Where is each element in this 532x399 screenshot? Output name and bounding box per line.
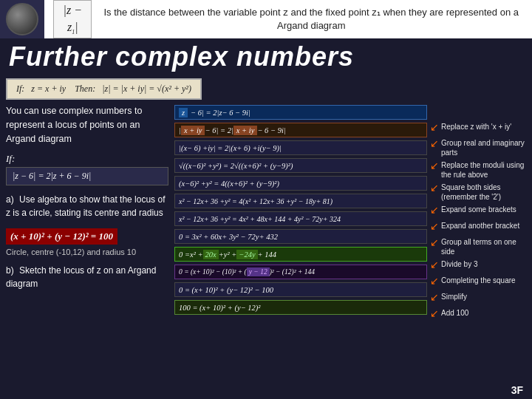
step-3: |(x − 6) + iy| = 2|(x + 6) + i(y − 9)|: [174, 140, 427, 156]
title-bar: Further complex numbers: [0, 38, 532, 78]
circle-info: Circle, centre (-10,12) and radius 10: [6, 248, 168, 256]
right-panel: z − 6| = 2|z − 6 − 9i| |x + iy − 6| = 2|…: [174, 104, 526, 399]
step-4: √((x−6)² + y²) = 2√((x+6)² + (y−9)²): [174, 157, 427, 174]
math-steps: z − 6| = 2|z − 6 − 9i| |x + iy − 6| = 2|…: [174, 104, 427, 399]
annotation-square-text: Square both sides (remember the '2'): [441, 183, 526, 202]
highlighted-answer: (x + 10)² + (y − 12)² = 100: [6, 228, 117, 245]
annotation-expand-another: ↙ Expand another bracket: [430, 219, 526, 234]
arrow-icon-3: ↙: [430, 160, 439, 171]
info-formula-text: If: z = x + iy Then: |z| = |x + iy| = √(…: [16, 83, 191, 94]
main-content: You can use complex numbers to represent…: [0, 104, 532, 399]
annotation-group: ↙ Group real and imaginary parts: [430, 137, 526, 157]
part-a-label: a): [6, 194, 14, 205]
annotation-divide: ↙ Divide by 3: [430, 258, 526, 273]
if-label: If:: [6, 153, 168, 165]
page-number: 3F: [511, 384, 523, 396]
step-2: |x + iy − 6| = 2|x + iy − 6 − 9i|: [174, 122, 427, 138]
annotation-complete-text: Completing the square: [441, 276, 516, 285]
part-b-text: Sketch the locus of z on an Argand diagr…: [6, 265, 156, 289]
annotation-divide-text: Divide by 3: [441, 259, 477, 269]
annotation-simplify: ↙ Simplify: [430, 290, 526, 305]
arrow-icon-4: ↙: [430, 183, 439, 193]
info-formula-box: If: z = x + iy Then: |z| = |x + iy| = √(…: [6, 78, 202, 100]
annotation-add100-text: Add 100: [441, 308, 468, 318]
annotation-group-text: Group real and imaginary parts: [441, 138, 526, 157]
annotation-expand-some-text: Expand some brackets: [441, 205, 516, 214]
annotation-replace-z: ↙ Replace z with 'x + iy': [430, 120, 526, 135]
arrow-icon-8: ↙: [430, 259, 439, 270]
header-question-text: Is the distance between the variable poi…: [99, 6, 523, 33]
step-11: 0 = (x + 10)² + (y − 12)² − 100: [174, 282, 427, 298]
annotation-expand-some: ↙ Expand some brackets: [430, 203, 526, 218]
annotation-group-all: ↙ Group all terms on one side: [430, 236, 526, 256]
arrow-icon-7: ↙: [430, 237, 439, 248]
annotation-add100: ↙ Add 100: [430, 307, 526, 321]
step-6: x² − 12x + 36 + y² = 4(x² + 12x + 36 + y…: [174, 193, 427, 209]
annotation-moduli-text: Replace the moduli using the rule above: [441, 160, 526, 180]
arrow-icon-1: ↙: [430, 122, 439, 132]
annotations: ↙ Replace z with 'x + iy' ↙ Group real a…: [430, 104, 526, 399]
page-title: Further complex numbers: [9, 41, 523, 72]
arrow-icon-11: ↙: [430, 308, 439, 318]
annotation-complete: ↙ Completing the square: [430, 274, 526, 289]
annotation-replace-z-text: Replace z with 'x + iy': [441, 122, 511, 132]
arrow-icon-10: ↙: [430, 292, 439, 302]
header: |z − z1| Is the distance between the var…: [0, 0, 532, 38]
annotation-1: [430, 104, 526, 119]
annotation-square: ↙ Square both sides (remember the '2'): [430, 181, 526, 202]
annotation-simplify-text: Simplify: [441, 292, 467, 301]
step-12: 100 = (x + 10)² + (y − 12)²: [174, 299, 427, 316]
logo-area: [0, 0, 44, 38]
annotation-moduli: ↙ Replace the moduli using the rule abov…: [430, 159, 526, 180]
arrow-icon-6: ↙: [430, 221, 439, 231]
arrow-icon-2: ↙: [430, 138, 439, 149]
part-a-text: Use algebra to show that the locus of z …: [6, 194, 165, 218]
if-equation: |z − 6| = 2|z + 6 − 9i|: [6, 167, 168, 185]
step-9: 0 = x² + 20x + y² + −24y + 144: [174, 246, 427, 262]
arrow-icon-5: ↙: [430, 205, 439, 215]
part-a: a) Use algebra to show that the locus of…: [6, 193, 168, 219]
step-10: 0 = (x + 10)² − (10)² + (y − 12)² − (12)…: [174, 264, 427, 280]
annotation-expand-another-text: Expand another bracket: [441, 221, 519, 231]
part-b-label: b): [6, 265, 14, 276]
step-5: (x−6)² + y² = 4((x+6)² + (y−9)²): [174, 175, 427, 191]
header-question: |z − z1| Is the distance between the var…: [44, 0, 532, 38]
arrow-icon-9: ↙: [430, 276, 439, 286]
step-1: z − 6| = 2|z − 6 − 9i|: [174, 104, 427, 120]
header-formula: |z − z1|: [53, 0, 92, 38]
step-8: 0 = 3x² + 60x + 3y² − 72y + 432: [174, 228, 427, 245]
part-b: b) Sketch the locus of z on an Argand di…: [6, 264, 168, 290]
intro-text: You can use complex numbers to represent…: [6, 104, 168, 146]
annotation-group-all-text: Group all terms on one side: [441, 237, 526, 256]
step-7: x² − 12x + 36 + y² = 4x² + 48x + 144 + 4…: [174, 211, 427, 227]
left-panel: You can use complex numbers to represent…: [6, 104, 168, 399]
logo-circle: [6, 3, 38, 35]
